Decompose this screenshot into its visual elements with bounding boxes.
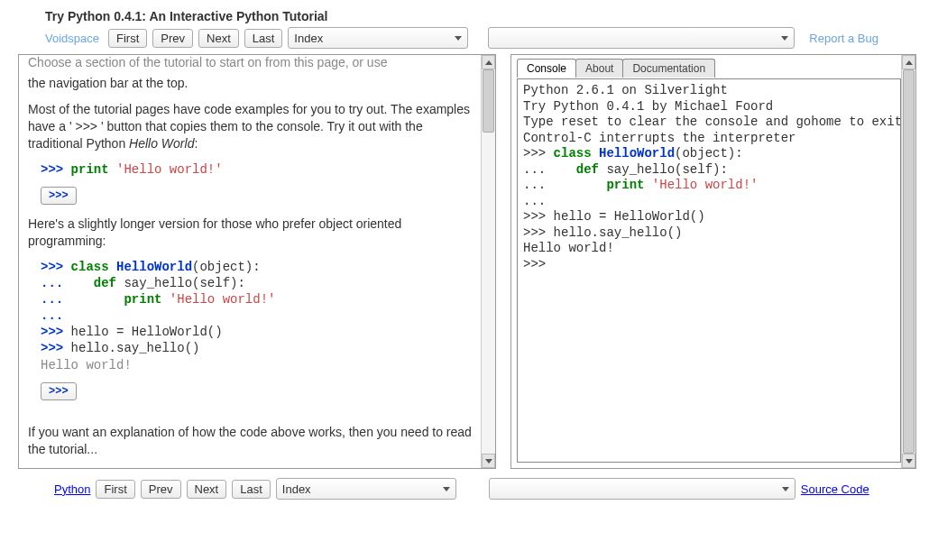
page-title: Try Python 0.4.1: An Interactive Python …: [45, 9, 920, 23]
chevron-down-icon: [782, 487, 789, 491]
scroll-thumb[interactable]: [483, 69, 494, 133]
index-select-label: Index: [294, 32, 323, 45]
search-select-bottom[interactable]: [489, 478, 795, 500]
tutorial-panel: Choose a section of the tutorial to star…: [18, 54, 496, 469]
last-button-top[interactable]: Last: [244, 29, 283, 48]
run-example1-button[interactable]: >>>: [41, 187, 77, 205]
tab-about[interactable]: About: [575, 59, 623, 78]
scroll-down-button[interactable]: [482, 454, 495, 468]
last-button-bottom[interactable]: Last: [232, 480, 271, 499]
tab-documentation[interactable]: Documentation: [622, 59, 715, 78]
console-input-2: ... def say_hello(self):: [523, 162, 895, 179]
prev-button-top[interactable]: Prev: [152, 29, 193, 48]
tutorial-content: Choose a section of the tutorial to star…: [19, 55, 481, 468]
arrow-up-icon: [485, 60, 492, 65]
arrow-up-icon: [906, 60, 913, 65]
example1-block: >>> print 'Hello world!': [41, 161, 472, 178]
arrow-down-icon: [485, 459, 492, 464]
first-button-bottom[interactable]: First: [96, 480, 134, 499]
report-bug-link[interactable]: Report a Bug: [809, 32, 878, 45]
console-input-3: ... print 'Hello world!': [523, 178, 895, 194]
prev-button-bottom[interactable]: Prev: [141, 480, 181, 499]
chevron-down-icon: [443, 487, 450, 491]
console-panel: Console About Documentation Python 2.6.1…: [510, 54, 916, 469]
next-button-bottom[interactable]: Next: [187, 480, 227, 499]
console-scrollbar[interactable]: [901, 55, 915, 468]
scroll-up-button[interactable]: [902, 55, 915, 69]
tutorial-para4: If you want an explanation of how the co…: [28, 424, 472, 458]
scroll-track[interactable]: [902, 69, 915, 454]
top-toolbar: Voidspace First Prev Next Last Index Rep…: [18, 27, 920, 49]
console-input-1: >>> class HelloWorld(object):: [523, 146, 895, 162]
tutorial-cutoff-top: Choose a section of the tutorial to star…: [28, 55, 472, 69]
console-banner-2: Try Python 0.4.1 by Michael Foord: [523, 99, 895, 115]
tabbar: Console About Documentation: [517, 59, 714, 78]
next-button-top[interactable]: Next: [198, 29, 239, 48]
console-prompt-current[interactable]: >>>: [523, 257, 895, 273]
tutorial-para3: Here's a slightly longer version for tho…: [28, 216, 472, 250]
source-code-link[interactable]: Source Code: [801, 482, 869, 496]
voidspace-link[interactable]: Voidspace: [45, 32, 99, 45]
chevron-down-icon: [781, 36, 788, 41]
index-select-bottom[interactable]: Index: [276, 478, 456, 500]
first-button-top[interactable]: First: [108, 29, 147, 48]
console-input-6: >>> hello.say_hello(): [523, 225, 895, 242]
example2-block: >>> class HelloWorld(object): ... def sa…: [41, 259, 472, 373]
tutorial-para1: the navigation bar at the top.: [28, 75, 472, 92]
console-area[interactable]: Python 2.6.1 on Silverlight Try Python 0…: [517, 78, 901, 463]
bottom-toolbar: Python First Prev Next Last Index Source…: [18, 478, 920, 500]
main-panels: Choose a section of the tutorial to star…: [18, 54, 920, 469]
console-output: Hello world!: [523, 241, 895, 257]
arrow-down-icon: [906, 459, 913, 464]
console-banner-4: Control-C interrupts the interpreter: [523, 131, 895, 147]
console-banner-3: Type reset to clear the console and goho…: [523, 115, 895, 131]
index-select-top[interactable]: Index: [288, 27, 468, 49]
scroll-track[interactable]: [482, 69, 495, 454]
scroll-thumb[interactable]: [903, 69, 915, 454]
toc-link-1[interactable]: •1. Python Tutorial Part 1: [53, 467, 472, 468]
tab-console[interactable]: Console: [517, 59, 576, 78]
scroll-down-button[interactable]: [902, 454, 915, 468]
search-select-top[interactable]: [488, 27, 795, 49]
console-input-5: >>> hello = HelloWorld(): [523, 209, 895, 225]
index-select-label: Index: [282, 482, 311, 496]
console-input-4: ...: [523, 194, 895, 210]
console-banner-1: Python 2.6.1 on Silverlight: [523, 83, 895, 99]
chevron-down-icon: [455, 36, 462, 41]
run-example2-button[interactable]: >>>: [41, 382, 77, 400]
python-link[interactable]: Python: [54, 482, 90, 496]
scroll-up-button[interactable]: [482, 55, 495, 69]
tutorial-scrollbar[interactable]: [481, 55, 495, 468]
tutorial-para2: Most of the tutorial pages have code exa…: [28, 101, 472, 152]
